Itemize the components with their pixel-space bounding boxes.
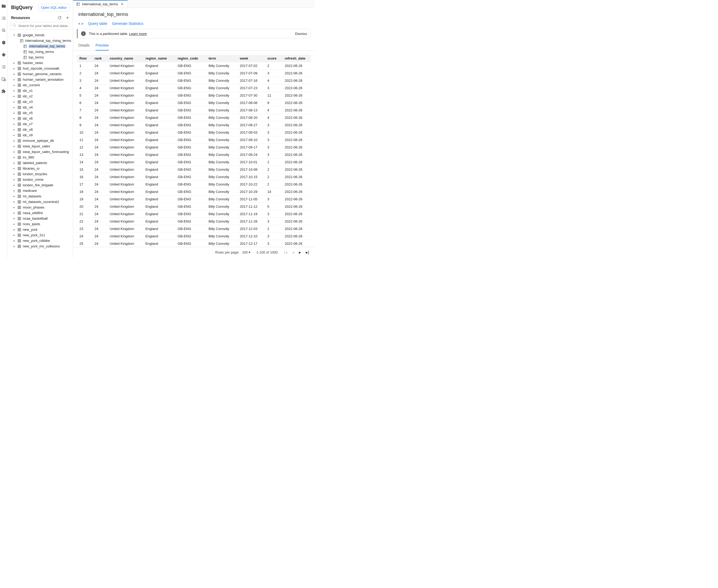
dataset-node[interactable]: ▸london_fire_brigade — [7, 182, 73, 188]
dataset-node[interactable]: ▸ml_datasets — [7, 193, 73, 199]
chevron-right-icon[interactable]: ▸ — [12, 189, 16, 192]
dataset-node[interactable]: ▸idc_v7 — [7, 121, 73, 127]
table-row[interactable]: 1924United KingdomEnglandGB-ENGBilly Con… — [77, 195, 311, 203]
chevron-right-icon[interactable]: ▸ — [12, 239, 16, 242]
table-row[interactable]: 1424United KingdomEnglandGB-ENGBilly Con… — [77, 159, 311, 166]
add-icon[interactable] — [65, 16, 69, 20]
table-row[interactable]: 2024United KingdomEnglandGB-ENGBilly Con… — [77, 203, 311, 210]
table-row[interactable]: 1324United KingdomEnglandGB-ENGBilly Con… — [77, 151, 311, 159]
tab-preview[interactable]: Preview — [96, 41, 109, 50]
dataset-node[interactable]: ▸idc_v9 — [7, 132, 73, 138]
chevron-right-icon[interactable]: ▸ — [12, 150, 16, 153]
dataset-node[interactable]: ▸immune_epitope_db — [7, 138, 73, 143]
chevron-right-icon[interactable]: ▸ — [12, 228, 16, 231]
chevron-right-icon[interactable]: ▸ — [12, 106, 16, 109]
table-row[interactable]: 1024United KingdomEnglandGB-ENGBilly Con… — [77, 129, 311, 136]
tab-details[interactable]: Details — [78, 41, 90, 50]
column-header[interactable]: term — [206, 55, 237, 62]
chevron-right-icon[interactable]: ▸ — [12, 217, 16, 220]
dataset-node[interactable]: ▸london_crime — [7, 177, 73, 182]
chevron-right-icon[interactable]: ▸ — [12, 100, 16, 103]
table-row[interactable]: 1124United KingdomEnglandGB-ENGBilly Con… — [77, 136, 311, 144]
table-row[interactable]: 2524United KingdomEnglandGB-ENGBilly Con… — [77, 240, 311, 247]
first-page-button[interactable]: |◂ — [284, 250, 288, 255]
dataset-node[interactable]: ▸idc_current — [7, 82, 73, 88]
chevron-right-icon[interactable]: ▸ — [12, 84, 16, 86]
table-row[interactable]: 1724United KingdomEnglandGB-ENGBilly Con… — [77, 181, 311, 188]
chevron-right-icon[interactable]: ▸ — [12, 200, 16, 203]
dataset-node[interactable]: ▸new_york — [7, 227, 73, 232]
list-icon[interactable] — [1, 16, 6, 21]
dataset-node[interactable]: ▸idc_v3 — [7, 99, 73, 105]
table-row[interactable]: 324United KingdomEnglandGB-ENGBilly Conn… — [77, 77, 311, 84]
table-row[interactable]: 2424United KingdomEnglandGB-ENGBilly Con… — [77, 233, 311, 240]
chevron-right-icon[interactable]: ▸ — [12, 145, 16, 148]
column-header[interactable]: week — [237, 55, 265, 62]
dataset-node[interactable]: ▸idc_v2 — [7, 93, 73, 99]
resource-tree[interactable]: ▾google_trendsinternational_top_rising_t… — [7, 31, 73, 257]
query-table-link[interactable]: Query table — [88, 21, 107, 26]
dataset-node[interactable]: ▸nasa_wildfire — [7, 210, 73, 216]
table-row[interactable]: 1224United KingdomEnglandGB-ENGBilly Con… — [77, 144, 311, 151]
open-sql-button[interactable]: Open SQL editor — [38, 4, 69, 12]
folder-icon[interactable] — [1, 4, 6, 8]
dataset-node[interactable]: ▸libraries_io — [7, 166, 73, 171]
dataset-node[interactable]: ▸ncaa_basketball — [7, 216, 73, 221]
table-row[interactable]: 2124United KingdomEnglandGB-ENGBilly Con… — [77, 210, 311, 218]
generate-statistics-link[interactable]: Generate Statistics — [112, 21, 143, 26]
dataset-node[interactable]: ▸moon_phases — [7, 205, 73, 210]
column-header[interactable]: score — [265, 55, 282, 62]
tag-icon[interactable] — [1, 52, 6, 57]
dataset-node[interactable]: ▸hud_zipcode_crosswalk — [7, 66, 73, 71]
table-row[interactable]: 424United KingdomEnglandGB-ENGBilly Conn… — [77, 84, 311, 92]
dataset-node[interactable]: ▸medicare — [7, 188, 73, 193]
query-history-icon[interactable] — [1, 28, 6, 33]
dataset-node[interactable]: ▸ml_datasets_uscentral1 — [7, 199, 73, 205]
dismiss-button[interactable]: Dismiss — [295, 32, 307, 36]
table-row[interactable]: 1824United KingdomEnglandGB-ENGBilly Con… — [77, 188, 311, 195]
preview-table-container[interactable]: Rowrankcountry_nameregion_nameregion_cod… — [77, 55, 311, 247]
dataset-node[interactable]: ▸idc_v1 — [7, 88, 73, 93]
chevron-right-icon[interactable]: ▸ — [12, 156, 16, 159]
dataset-node[interactable]: ▸iowa_liquor_sales_forecasting — [7, 149, 73, 154]
column-header[interactable]: country_name — [107, 55, 143, 62]
chevron-right-icon[interactable]: ▸ — [12, 245, 16, 248]
dataset-node[interactable]: ▸idc_v6 — [7, 115, 73, 121]
dataset-node[interactable]: ▸idc_v4 — [7, 105, 73, 110]
dataset-node[interactable]: ▸new_york_311 — [7, 232, 73, 238]
extension-icon[interactable] — [1, 89, 6, 94]
next-page-button[interactable]: ▸ — [299, 250, 302, 255]
column-header[interactable]: region_name — [143, 55, 175, 62]
chevron-right-icon[interactable]: ▸ — [12, 111, 16, 114]
chevron-right-icon[interactable]: ▸ — [12, 89, 16, 92]
column-header[interactable]: rank — [92, 55, 107, 62]
chevron-right-icon[interactable]: ▸ — [12, 117, 16, 120]
chevron-right-icon[interactable]: ▸ — [12, 234, 16, 236]
table-node[interactable]: top_terms — [7, 55, 73, 60]
table-row[interactable]: 124United KingdomEnglandGB-ENGBilly Conn… — [77, 62, 311, 69]
table-node[interactable]: international_top_rising_terms — [7, 38, 73, 43]
table-row[interactable]: 524United KingdomEnglandGB-ENGBilly Conn… — [77, 92, 311, 99]
chevron-right-icon[interactable]: ▸ — [12, 95, 16, 98]
prev-page-button[interactable]: ◂ — [291, 250, 295, 255]
dataset-node[interactable]: ▾google_trends — [7, 32, 73, 38]
table-row[interactable]: 724United KingdomEnglandGB-ENGBilly Conn… — [77, 107, 311, 114]
chevron-right-icon[interactable]: ▸ — [12, 223, 16, 226]
dataset-node[interactable]: ▸new_york_citibike — [7, 238, 73, 244]
chevron-right-icon[interactable]: ▸ — [12, 167, 16, 170]
column-header[interactable]: region_code — [175, 55, 206, 62]
chevron-down-icon[interactable]: ▾ — [12, 34, 16, 37]
chevron-right-icon[interactable]: ▸ — [12, 172, 16, 175]
chevron-right-icon[interactable]: ▸ — [12, 123, 16, 125]
chevron-right-icon[interactable]: ▸ — [12, 195, 16, 198]
dataset-node[interactable]: ▸irs_990 — [7, 154, 73, 160]
column-header[interactable]: Row — [77, 55, 92, 62]
dataset-node[interactable]: ▸nces_ipeds — [7, 221, 73, 227]
column-header[interactable]: refresh_date — [282, 55, 311, 62]
dataset-node[interactable]: ▸new_york_mv_collisions — [7, 244, 73, 249]
rows-per-page-select[interactable]: 100 ▾ — [242, 250, 250, 254]
tab-international-top-terms[interactable]: international_top_terms ✕ — [73, 0, 128, 8]
table-row[interactable]: 1624United KingdomEnglandGB-ENGBilly Con… — [77, 173, 311, 181]
last-page-button[interactable]: ▸| — [305, 250, 309, 255]
dataset-node[interactable]: ▸iowa_liquor_sales — [7, 143, 73, 149]
